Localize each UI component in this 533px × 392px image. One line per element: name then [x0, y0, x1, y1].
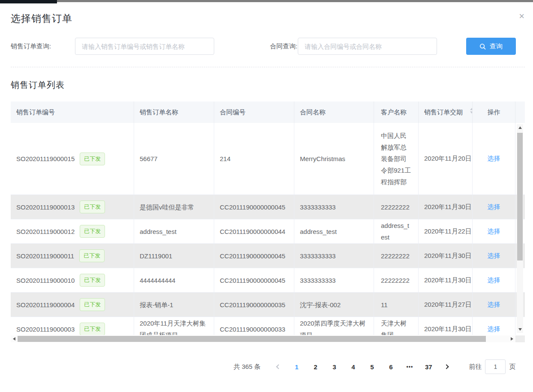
header-customer: 客户名称 — [374, 102, 419, 123]
header-delivery: 销售订单交期 — [419, 102, 473, 123]
table-row: SO20201119000012 已下发 address_test CC2011… — [11, 219, 525, 244]
cell-customer: address_test — [374, 219, 419, 243]
customer-name: 22222222 — [381, 201, 410, 213]
order-name: DZ1119001 — [140, 250, 172, 262]
delivery-date: 2020年11月30日 — [424, 203, 472, 211]
scroll-down-button[interactable] — [517, 326, 523, 333]
customer-name: 中国人民解放军总装备部司令部921工程指挥部 — [381, 130, 411, 188]
table-body: SO20201119000015 已下发 56677 214 MerryChri… — [11, 123, 525, 335]
total-count: 共 365 条 — [234, 363, 261, 371]
cell-order-no: SO20201119000010 已下发 — [11, 268, 134, 292]
window-top-dark-segment — [0, 0, 57, 3]
order-name: 2020年11月天津大树集团成品板项目 — [140, 317, 208, 335]
cell-delivery: 2020年11月27日 — [419, 293, 473, 317]
cell-customer: 22222222 — [374, 268, 419, 292]
status-badge: 已下发 — [80, 200, 105, 213]
header-order-name: 销售订单名称 — [134, 102, 214, 123]
cell-order-name: 4444444444 — [134, 268, 214, 292]
page-button-1[interactable]: 1 — [289, 363, 304, 371]
cell-order-name: address_test — [134, 219, 214, 243]
cell-order-name: 56677 — [134, 123, 214, 195]
page-button-6[interactable]: 6 — [383, 363, 398, 371]
arrow-right-icon — [511, 337, 513, 341]
cell-contract-no: CC2011190000000045 — [214, 195, 294, 219]
more-pages-icon[interactable]: ••• — [402, 364, 417, 370]
scroll-right-button[interactable] — [509, 335, 515, 342]
arrow-left-icon — [13, 337, 15, 341]
cell-order-no: SO20201119000015 已下发 — [11, 123, 134, 195]
contract-name: 沈宇-报表-002 — [300, 299, 341, 311]
page-button-4[interactable]: 4 — [345, 363, 361, 371]
customer-name: address_test — [381, 220, 411, 243]
cell-order-no: SO20201119000012 已下发 — [11, 219, 134, 243]
customer-name: 11 — [381, 299, 388, 311]
cell-customer: 中国人民解放军总装备部司令部921工程指挥部 — [374, 123, 419, 195]
cell-contract-no: CC2011190000000044 — [214, 219, 294, 243]
arrow-down-icon — [518, 328, 522, 331]
cell-order-no: SO20201119000003 已下发 — [11, 317, 134, 335]
prev-page-button[interactable] — [272, 361, 285, 373]
dialog-title: 选择销售订单 — [11, 12, 72, 25]
delivery-date: 2020年11月20日 — [424, 155, 472, 163]
cell-action: 选择 — [473, 244, 515, 268]
cell-order-name: DZ1119001 — [134, 244, 214, 268]
header-contract-no: 合同编号 — [214, 102, 294, 123]
select-link[interactable]: 选择 — [488, 276, 500, 284]
select-sales-order-dialog: 选择销售订单 × 销售订单查询: 合同查询: 查询 销售订单列表 销售订单编号 … — [0, 0, 533, 392]
goto-page-group: 前往 页 — [469, 359, 515, 374]
cell-action: 选择 — [473, 317, 515, 335]
contract-no: CC2011190000000035 — [220, 299, 285, 311]
next-page-button[interactable] — [440, 361, 453, 373]
cell-contract-name: MerryChristmas — [294, 123, 374, 195]
status-badge: 已下发 — [80, 225, 105, 238]
search-button[interactable]: 查询 — [466, 38, 516, 55]
horizontal-scrollbar[interactable] — [11, 335, 515, 342]
table-row: SO20201119000004 已下发 报表-销单-1 CC201119000… — [11, 293, 525, 317]
contract-name: 3333333333 — [300, 250, 335, 262]
cell-order-no: SO20201119000011 已下发 — [11, 244, 134, 268]
cell-customer: 22222222 — [374, 244, 419, 268]
select-link[interactable]: 选择 — [488, 227, 500, 236]
select-link[interactable]: 选择 — [488, 301, 500, 309]
select-link[interactable]: 选择 — [488, 155, 500, 163]
cell-delivery: 2020年11月30日 — [419, 317, 473, 335]
select-link[interactable]: 选择 — [488, 325, 500, 333]
cell-delivery: 2020年11月22日 — [419, 219, 473, 243]
header-contract-name: 合同名称 — [294, 102, 374, 123]
status-badge: 已下发 — [80, 274, 105, 287]
cell-action: 选择 — [473, 268, 515, 292]
status-badge: 已下发 — [80, 298, 105, 311]
select-link[interactable]: 选择 — [488, 252, 500, 260]
page-button-3[interactable]: 3 — [326, 363, 342, 371]
goto-label: 前往 — [469, 363, 482, 371]
delivery-date: 2020年11月27日 — [424, 301, 472, 309]
delivery-date: 2020年11月30日 — [424, 276, 472, 284]
close-icon[interactable]: × — [519, 12, 524, 21]
chevron-right-icon — [444, 364, 449, 369]
page-button-5[interactable]: 5 — [364, 363, 380, 371]
goto-page-input[interactable] — [485, 359, 506, 374]
contract-search-input[interactable] — [298, 38, 437, 55]
cell-customer: 11 — [374, 293, 419, 317]
cell-contract-name: 沈宇-报表-002 — [294, 293, 374, 317]
page-button-last[interactable]: 37 — [421, 363, 436, 371]
scroll-left-button[interactable] — [11, 335, 18, 342]
order-search-input[interactable] — [75, 38, 214, 55]
page-button-2[interactable]: 2 — [308, 363, 323, 371]
order-name: 56677 — [140, 153, 158, 165]
search-button-label: 查询 — [490, 42, 503, 51]
vertical-scrollbar-thumb[interactable] — [517, 133, 523, 260]
order-no: SO20201119000011 — [16, 252, 74, 260]
cell-action: 选择 — [473, 123, 515, 195]
order-no: SO20201119000013 — [16, 203, 75, 211]
vertical-scrollbar[interactable] — [517, 124, 523, 333]
order-name: 是德国v哇但是非常 — [140, 201, 195, 213]
cell-customer: 22222222 — [374, 195, 419, 219]
order-search-label: 销售订单查询: — [11, 42, 51, 51]
horizontal-scrollbar-thumb[interactable] — [18, 336, 486, 342]
contract-no: CC2011190000000033 — [220, 323, 285, 335]
delivery-date: 2020年11月22日 — [424, 227, 472, 236]
select-link[interactable]: 选择 — [488, 203, 500, 211]
scroll-up-button[interactable] — [517, 124, 523, 131]
delivery-date: 2020年11月30日 — [424, 252, 472, 260]
